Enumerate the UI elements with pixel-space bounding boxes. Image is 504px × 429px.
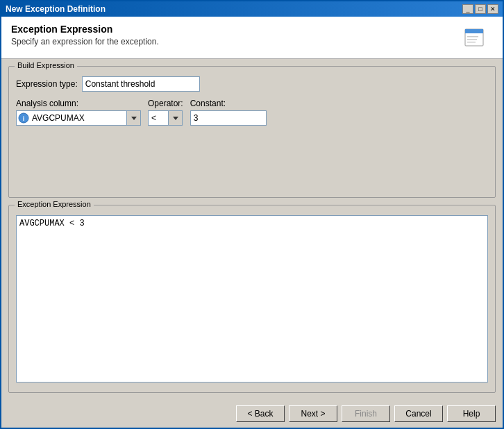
close-button[interactable]: ✕ [487,4,498,14]
operator-chevron-icon [173,117,178,120]
cancel-button[interactable]: Cancel [394,405,443,422]
analysis-column-dropdown-button[interactable] [126,111,140,125]
exception-expression-group-label: Exception Expression [15,200,94,208]
operator-select[interactable]: < [148,110,183,126]
constant-label: Constant: [190,99,267,108]
exception-expression-group: Exception Expression AVGCPUMAX < 3 [8,205,496,393]
content-area: Build Expression Expression type: Analys… [1,59,503,400]
operator-value: < [149,113,168,123]
header-title: Exception Expression [11,24,159,35]
header-icon [458,24,493,51]
maximize-button[interactable]: □ [475,4,486,14]
svg-rect-4 [467,42,476,43]
analysis-column-label: Analysis column: [16,99,141,108]
title-bar: New Exception Definition _ □ ✕ [1,1,503,17]
svg-rect-3 [467,39,477,40]
svg-rect-2 [467,36,478,37]
expression-type-row: Expression type: [16,76,488,92]
back-button[interactable]: < Back [236,405,285,422]
operator-col: Operator: < [148,99,183,126]
columns-row: Analysis column: i AVGCPUMAX [16,99,488,126]
analysis-column-col: Analysis column: i AVGCPUMAX [16,99,141,126]
main-window: New Exception Definition _ □ ✕ Exception… [0,0,504,429]
finish-button[interactable]: Finish [342,405,390,422]
constant-input[interactable] [190,110,267,126]
analysis-column-value: AVGCPUMAX [31,113,126,123]
analysis-column-chevron-icon [131,117,137,120]
exception-expression-textarea[interactable]: AVGCPUMAX < 3 [16,215,488,382]
minimize-button[interactable]: _ [462,4,473,14]
operator-label: Operator: [148,99,183,108]
operator-dropdown-button[interactable] [168,111,182,125]
analysis-column-icon: i [17,111,31,125]
title-bar-buttons: _ □ ✕ [462,4,498,14]
header-section: Exception Expression Specify an expressi… [1,17,503,59]
expression-type-input[interactable] [82,76,200,92]
svg-text:i: i [23,115,25,122]
analysis-column-select[interactable]: i AVGCPUMAX [16,110,141,126]
window-title: New Exception Definition [6,4,106,14]
next-button[interactable]: Next > [289,405,337,422]
header-subtitle: Specify an expression for the exception. [11,37,159,47]
build-expression-group: Build Expression Expression type: Analys… [8,66,496,198]
expression-type-label: Expression type: [16,79,78,89]
svg-rect-1 [465,29,483,33]
build-expression-group-label: Build Expression [15,61,77,69]
constant-col: Constant: [190,99,267,126]
button-bar: < Back Next > Finish Cancel Help [1,400,503,428]
help-button[interactable]: Help [447,405,496,422]
